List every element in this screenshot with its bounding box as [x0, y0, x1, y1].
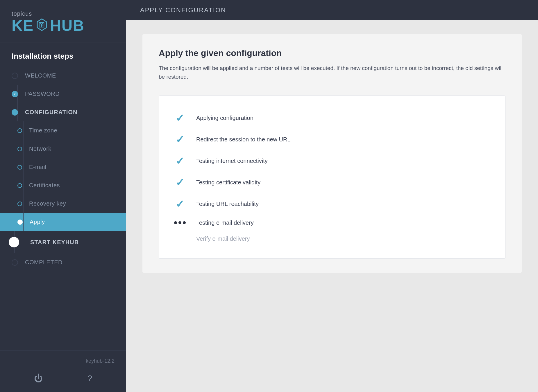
task-row-url: ✓ Testing URL reachability: [173, 193, 491, 215]
task-row-internet: ✓ Testing internet connectivity: [173, 150, 491, 172]
logo-ke-text: KE: [12, 18, 34, 33]
sidebar-item-network[interactable]: Network: [0, 140, 126, 158]
sidebar-label-configuration: CONFIGURATION: [25, 109, 77, 116]
task-label-internet: Testing internet connectivity: [196, 158, 268, 164]
sidebar-item-certificates[interactable]: Certificates: [0, 176, 126, 195]
sidebar-item-startkeyhub[interactable]: START KEYHUB: [0, 231, 126, 253]
check-icon-certificate: ✓: [173, 177, 187, 189]
help-button[interactable]: ?: [80, 371, 99, 386]
check-icon-applying: ✓: [173, 112, 187, 124]
logo-hub-text: HUB: [50, 18, 85, 33]
sidebar: topicus KE ⚿ HUB Installation steps WELC…: [0, 0, 126, 392]
steps-list: WELCOME PASSWORD CONFIGURATION Time zone: [0, 66, 126, 350]
sidebar-label-recoverykey: Recovery key: [29, 200, 66, 207]
power-button[interactable]: ⏻: [27, 371, 50, 386]
logo-keyhub: KE ⚿ HUB: [12, 18, 115, 33]
sidebar-item-configuration[interactable]: CONFIGURATION: [0, 103, 126, 121]
footer-icons: ⏻ ?: [12, 367, 115, 387]
logo-area: topicus KE ⚿ HUB: [0, 0, 126, 42]
check-icon-internet: ✓: [173, 155, 187, 167]
step-dot-email: [17, 165, 22, 170]
step-dot-timezone: [17, 128, 22, 133]
install-steps-title: Installation steps: [0, 42, 126, 66]
task-row-certificate: ✓ Testing certificate validity: [173, 172, 491, 193]
sidebar-item-timezone[interactable]: Time zone: [0, 121, 126, 140]
steps-card: ✓ Applying configuration ✓ Redirect the …: [159, 96, 505, 259]
task-label-email-delivery: Testing e-mail delivery: [196, 220, 254, 226]
sidebar-label-startkeyhub: START KEYHUB: [30, 239, 79, 246]
sidebar-label-welcome: WELCOME: [25, 72, 56, 79]
main-content: Apply the given configuration The config…: [126, 20, 538, 392]
sidebar-footer: keyhub-12.2 ⏻ ?: [0, 350, 126, 392]
step-dot-completed: [12, 259, 18, 266]
task-row-redirect: ✓ Redirect the session to the new URL: [173, 129, 491, 150]
sidebar-item-password[interactable]: PASSWORD: [0, 85, 126, 103]
sidebar-item-completed[interactable]: COMPLETED: [0, 253, 126, 271]
dots-icon-email-delivery: [173, 221, 187, 224]
task-label-url: Testing URL reachability: [196, 201, 259, 207]
step-dot-recoverykey: [17, 202, 22, 206]
task-row-applying: ✓ Applying configuration: [173, 107, 491, 129]
step-dot-startkeyhub: [9, 237, 19, 247]
version-text: keyhub-12.2: [12, 355, 115, 367]
dot-3: [183, 221, 186, 224]
step-dot-network: [17, 147, 22, 151]
sidebar-item-welcome[interactable]: WELCOME: [0, 66, 126, 85]
sidebar-label-network: Network: [29, 145, 51, 152]
sidebar-label-password: PASSWORD: [25, 91, 60, 97]
svg-text:⚿: ⚿: [38, 21, 45, 28]
page-header: APPLY CONFIGURATION: [126, 0, 538, 20]
content-heading: Apply the given configuration: [159, 48, 505, 58]
step-dot-welcome: [12, 73, 18, 79]
sidebar-label-timezone: Time zone: [29, 127, 57, 134]
sidebar-label-email: E-mail: [29, 164, 47, 170]
task-row-email-delivery: Testing e-mail delivery: [173, 215, 491, 231]
check-icon-redirect: ✓: [173, 134, 187, 146]
task-label-applying: Applying configuration: [196, 115, 253, 121]
step-dot-password: [12, 91, 18, 97]
sidebar-item-apply[interactable]: Apply: [0, 213, 126, 231]
content-card: Apply the given configuration The config…: [142, 34, 522, 273]
step-dot-apply: [17, 220, 23, 225]
content-description: The configuration will be applied and a …: [159, 64, 505, 82]
sidebar-label-completed: COMPLETED: [25, 259, 62, 266]
page-title: APPLY CONFIGURATION: [140, 6, 226, 14]
task-label-verify-email: Verify e-mail delivery: [196, 235, 250, 242]
sidebar-item-email[interactable]: E-mail: [0, 158, 126, 176]
step-dot-certificates: [17, 183, 22, 188]
sidebar-label-apply: Apply: [30, 219, 45, 225]
dot-2: [178, 221, 181, 224]
logo-key-icon: ⚿: [34, 18, 49, 33]
logo-topicus-text: topicus: [12, 10, 32, 17]
task-label-certificate: Testing certificate validity: [196, 179, 260, 186]
main-panel: APPLY CONFIGURATION Apply the given conf…: [126, 0, 538, 392]
task-row-verify-email: Verify e-mail delivery: [173, 231, 491, 247]
step-dot-configuration: [12, 109, 18, 116]
sidebar-item-recoverykey[interactable]: Recovery key: [0, 195, 126, 213]
task-label-redirect: Redirect the session to the new URL: [196, 136, 291, 143]
dot-1: [174, 221, 177, 224]
check-icon-url: ✓: [173, 198, 187, 210]
sidebar-label-certificates: Certificates: [29, 182, 60, 189]
